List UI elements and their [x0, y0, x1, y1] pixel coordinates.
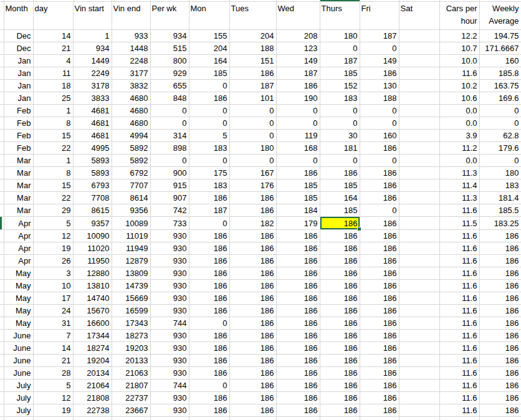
cell-tues[interactable]: 186 — [229, 280, 276, 292]
cell-wed[interactable]: 149 — [276, 55, 320, 67]
cell-sat[interactable] — [399, 142, 439, 155]
cell-day[interactable]: 15 — [33, 130, 73, 142]
cell-tues[interactable]: 186 — [229, 204, 276, 217]
cell-mon[interactable]: 183 — [189, 179, 229, 192]
cell-vin_end[interactable]: 5892 — [112, 155, 150, 167]
cell-cars_per_hour[interactable]: 0.0 — [439, 117, 479, 130]
cell-vin_start[interactable]: 20134 — [73, 367, 112, 379]
cell-cars_per_hour[interactable]: 11.5 — [439, 217, 479, 230]
cell-per_wk[interactable]: 900 — [150, 167, 189, 179]
cell-thurs[interactable]: 186 — [320, 342, 360, 355]
cell-wed[interactable]: 186 — [276, 230, 320, 242]
cell-weekly_average[interactable]: 160 — [479, 55, 521, 67]
cell-cars_per_hour[interactable]: 0.0 — [439, 105, 479, 117]
cell-sat[interactable] — [399, 217, 439, 230]
cell-vin_start[interactable]: 17344 — [73, 330, 112, 342]
cell-wed[interactable]: 186 — [276, 242, 320, 255]
cell-weekly_average[interactable]: 180 — [479, 167, 521, 179]
cell-vin_start[interactable]: 11950 — [73, 255, 112, 267]
cell-vin_start[interactable]: 1 — [73, 30, 112, 42]
cell-vin_end[interactable]: 20133 — [112, 355, 150, 367]
cell-day[interactable]: 19 — [33, 242, 73, 255]
header-sat[interactable]: Sat — [399, 2, 439, 30]
cell-weekly_average[interactable]: 179.6 — [479, 142, 521, 155]
cell-vin_end[interactable]: 11019 — [112, 230, 150, 242]
cell-month[interactable]: Jan — [4, 80, 33, 92]
cell-vin_start[interactable]: 7708 — [73, 192, 112, 204]
cell-cars_per_hour[interactable]: 11.6 — [439, 355, 479, 367]
cell-thurs[interactable]: 186 — [320, 355, 360, 367]
cell-weekly_average[interactable]: 183.25 — [479, 217, 521, 230]
cell-per_wk[interactable]: 930 — [150, 305, 189, 317]
cell-tues[interactable]: 186 — [229, 267, 276, 280]
cell-per_wk[interactable]: 930 — [150, 242, 189, 255]
cell-month[interactable]: June — [4, 367, 33, 379]
cell-cars_per_hour[interactable]: 3.9 — [439, 130, 479, 142]
cell-sat[interactable] — [399, 105, 439, 117]
cell-fri[interactable]: 0 — [360, 117, 399, 130]
cell-wed[interactable]: 179 — [276, 217, 320, 230]
cell-thurs[interactable]: 186 — [320, 317, 360, 330]
cell-sat[interactable] — [399, 305, 439, 317]
spacer-cell[interactable] — [73, 417, 112, 420]
cell-fri[interactable]: 186 — [360, 179, 399, 192]
cell-month[interactable]: June — [4, 342, 33, 355]
cell-thurs[interactable]: 186 — [320, 305, 360, 317]
cell-fri[interactable]: 186 — [360, 217, 399, 230]
cell-weekly_average[interactable]: 185.8 — [479, 67, 521, 80]
cell-mon[interactable]: 186 — [189, 192, 229, 204]
header-vin_start[interactable]: Vin start — [73, 2, 112, 30]
header-weekly_average[interactable]: Weekly Average — [479, 2, 521, 30]
cell-per_wk[interactable]: 800 — [150, 55, 189, 67]
cell-per_wk[interactable]: 930 — [150, 404, 189, 417]
cell-day[interactable]: 22 — [33, 142, 73, 155]
cell-sat[interactable] — [399, 230, 439, 242]
cell-cars_per_hour[interactable]: 10.2 — [439, 80, 479, 92]
cell-tues[interactable]: 186 — [229, 404, 276, 417]
cell-vin_start[interactable]: 22738 — [73, 404, 112, 417]
cell-sat[interactable] — [399, 92, 439, 105]
cell-tues[interactable]: 0 — [229, 130, 276, 142]
cell-fri[interactable]: 186 — [360, 330, 399, 342]
cell-month[interactable]: Jan — [4, 92, 33, 105]
cell-fri[interactable]: 186 — [360, 242, 399, 255]
cell-vin_start[interactable]: 21808 — [73, 392, 112, 404]
cell-tues[interactable]: 182 — [229, 217, 276, 230]
cell-mon[interactable]: 186 — [189, 267, 229, 280]
cell-weekly_average[interactable]: 186 — [479, 280, 521, 292]
spacer-cell[interactable] — [189, 417, 229, 420]
cell-vin_start[interactable]: 5893 — [73, 167, 112, 179]
cell-fri[interactable]: 186 — [360, 192, 399, 204]
cell-cars_per_hour[interactable]: 11.6 — [439, 267, 479, 280]
cell-tues[interactable]: 176 — [229, 179, 276, 192]
spacer-cell[interactable] — [4, 417, 33, 420]
cell-tues[interactable]: 186 — [229, 355, 276, 367]
cell-sat[interactable] — [399, 292, 439, 305]
cell-tues[interactable]: 151 — [229, 55, 276, 67]
fill-handle[interactable] — [357, 227, 361, 231]
cell-day[interactable]: 1 — [33, 155, 73, 167]
cell-tues[interactable]: 101 — [229, 92, 276, 105]
cell-thurs[interactable]: 0 — [320, 105, 360, 117]
cell-day[interactable]: 22 — [33, 192, 73, 204]
cell-sat[interactable] — [399, 355, 439, 367]
cell-wed[interactable]: 119 — [276, 130, 320, 142]
cell-month[interactable]: Dec — [4, 42, 33, 55]
cell-fri[interactable]: 186 — [360, 255, 399, 267]
cell-sat[interactable] — [399, 130, 439, 142]
cell-day[interactable]: 1 — [33, 105, 73, 117]
cell-wed[interactable]: 190 — [276, 92, 320, 105]
cell-weekly_average[interactable]: 186 — [479, 379, 521, 392]
cell-thurs[interactable]: 183 — [320, 92, 360, 105]
cell-day[interactable]: 14 — [33, 342, 73, 355]
cell-month[interactable]: June — [4, 355, 33, 367]
cell-vin_start[interactable]: 4681 — [73, 105, 112, 117]
selected-cell[interactable]: 186 — [320, 217, 360, 230]
cell-thurs[interactable]: 186 — [320, 242, 360, 255]
cell-weekly_average[interactable]: 186 — [479, 404, 521, 417]
cell-day[interactable]: 4 — [33, 55, 73, 67]
header-cars_per_hour[interactable]: Cars per hour — [439, 2, 479, 30]
cell-tues[interactable]: 186 — [229, 305, 276, 317]
cell-per_wk[interactable]: 733 — [150, 217, 189, 230]
cell-per_wk[interactable]: 848 — [150, 92, 189, 105]
